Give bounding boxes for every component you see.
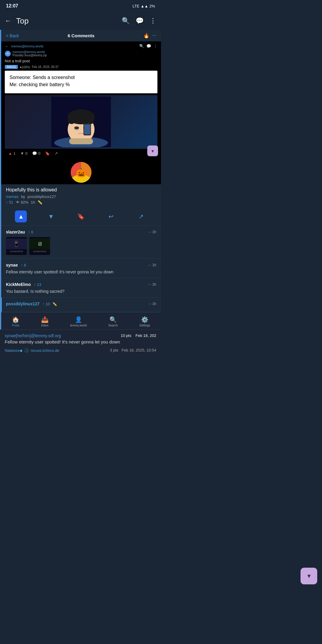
comments-section: slazer2au ↑ 6 ··· 1h 📱 screenshot 🖥 scre…: [1, 226, 161, 312]
thumb-2: 🖥 screenshot: [29, 237, 50, 255]
meme-image: [5, 95, 157, 149]
comment-header: possiblylinux127 ↑ 10 ✏️ ··· 1h: [6, 301, 156, 306]
posts-nav-label: Posts: [12, 324, 19, 327]
nested-sub-label: memes@lemmy.world: [13, 50, 47, 54]
comment-item: KickMeElmo ↑ 13 ··· 1h You bastard. Is n…: [1, 278, 161, 298]
post-meta: memes by possiblylinux127: [6, 194, 156, 199]
posts-nav-icon: 🏠: [12, 316, 19, 323]
bottom-pts-1: 10 pts Feb 18, 202: [121, 333, 156, 338]
nested-search-icon: 🔍: [139, 44, 144, 48]
save-button[interactable]: 🔖: [75, 210, 87, 222]
svg-point-7: [87, 117, 94, 124]
comment-count-icon: 💬: [32, 151, 37, 156]
post-info: Hopefully this is allowed memes by possi…: [1, 184, 161, 208]
comments-title: 6 Comments: [68, 33, 95, 38]
nav-instance[interactable]: 👤 lemmy.world: [68, 315, 89, 328]
comment-count[interactable]: 💬 0: [32, 151, 40, 156]
comment-score: ↑ 10: [43, 302, 50, 306]
upvote-button[interactable]: ▲: [15, 210, 27, 222]
reply-button[interactable]: ↩: [105, 210, 117, 222]
search-nav-label: Search: [108, 324, 118, 327]
svg-rect-8: [69, 138, 93, 144]
meme-line-2: Me: checking their battery %: [10, 82, 153, 87]
app-bar: ← Top 🔍 💬 ⋮: [0, 12, 161, 30]
status-icons: LTE ▲▲ 2%: [133, 4, 155, 8]
comment-item: synae ↑ 8 ··· 1h Fellow eternity user sp…: [1, 259, 161, 278]
more-button[interactable]: ⋮: [150, 17, 156, 25]
inner-card-header: < Back 6 Comments 🔥 ···: [1, 30, 161, 41]
bottom-panel-row2: Natanox◀ 🌑 iscuss.tchncs.de 3 pts Feb 18…: [5, 347, 156, 353]
status-time: 12:07: [6, 3, 18, 9]
percent-tag: ●100%: [20, 65, 30, 69]
bottom-user-1[interactable]: synae[he/him]@lemmy.sdf.org: [5, 333, 61, 338]
fire-icon: 🔥: [143, 33, 149, 38]
share-btn[interactable]: ↗: [55, 151, 58, 156]
action-bar: ▲ ▼ 🔖 ↩ ↗: [1, 208, 161, 226]
comment-meta: ··· 1h: [148, 230, 156, 234]
instance-nav-icon: 👤: [75, 316, 82, 323]
post-stats: ↑ 51 👁 92% 1h ✏️: [6, 200, 156, 205]
comment-score: ↑ 13: [34, 282, 41, 287]
scroll-down-button[interactable]: ▾: [147, 145, 158, 156]
battery-icon: 2%: [149, 4, 155, 8]
comment-meta: ··· 1h: [148, 282, 156, 287]
comment-score: ↑ 6: [28, 230, 33, 234]
back-button[interactable]: ←: [5, 17, 11, 25]
post-time: 1h: [31, 200, 35, 205]
post-views: 👁 92%: [16, 200, 29, 205]
up-arrow: ▲: [8, 151, 12, 156]
comment-user: synae: [6, 263, 18, 267]
svg-point-3: [74, 126, 79, 129]
downvote-button[interactable]: ▼: [45, 210, 57, 222]
bottom-nav: 🏠 Posts 📥 Inbox 👤 lemmy.world 🔍 Search ⚙…: [1, 312, 161, 329]
meme-text-box: Someone: Sends a screenshot Me: checking…: [5, 71, 157, 93]
comment-user: slazer2au: [6, 230, 25, 234]
nav-posts[interactable]: 🏠 Posts: [10, 315, 22, 328]
post-community[interactable]: memes: [6, 194, 19, 199]
nested-community-row: m memes@lemmy.world Possibly linux@lemmy…: [5, 50, 157, 57]
post-author[interactable]: possiblylinux127: [27, 194, 56, 199]
signal-bars: ▲▲: [140, 4, 148, 8]
comment-item: slazer2au ↑ 6 ··· 1h 📱 screenshot 🖥 scre…: [1, 226, 161, 259]
post-upvotes: ↑ 51: [6, 200, 13, 205]
bottom-comment-text-1: Fellow eternity user spotted! It's never…: [5, 339, 156, 344]
inner-icons: 🔥 ···: [143, 33, 156, 38]
community-avatar: m: [5, 51, 11, 57]
downvote-count[interactable]: ▼ 0: [20, 151, 27, 156]
search-button[interactable]: 🔍: [122, 17, 130, 25]
nav-settings[interactable]: ⚙️ Settings: [137, 315, 153, 328]
thumb-1: 📱 screenshot: [6, 237, 27, 255]
nested-user: Possibly linux@lemmy.zip: [13, 54, 47, 57]
settings-nav-icon: ⚙️: [141, 316, 148, 323]
mascot-emoji: 🎃: [76, 167, 87, 178]
share-button[interactable]: ↗: [135, 210, 147, 222]
nested-nav: ← memes@lemmy.world: [5, 44, 43, 48]
nav-inbox[interactable]: 📥 Inbox: [39, 315, 51, 328]
comment-meta: ··· 1h: [148, 302, 156, 306]
inner-more-icon[interactable]: ···: [152, 33, 156, 38]
lte-icon: LTE: [133, 4, 140, 8]
moon-icon: 🌑: [24, 348, 30, 353]
upvote-count[interactable]: ▲ 1: [8, 151, 16, 156]
bottom-user-2[interactable]: Natanox◀: [5, 348, 22, 353]
bottom-comment-panel: synae[he/him]@lemmy.sdf.org 10 pts Feb 1…: [0, 329, 161, 357]
svg-rect-10: [84, 124, 90, 134]
app-bar-icons: 🔍 💬 ⋮: [122, 17, 156, 25]
nested-tags: IMAGE ●100% Feb 18, 2025, 00:37: [5, 65, 157, 69]
bottom-panel-row1: synae[he/him]@lemmy.sdf.org 10 pts Feb 1…: [5, 333, 156, 339]
comment-header: slazer2au ↑ 6 ··· 1h: [6, 229, 156, 235]
nested-comment-icon: 💬: [146, 44, 151, 48]
comment-button[interactable]: 💬: [136, 17, 144, 25]
comment-meta: ··· 1h: [148, 263, 156, 267]
inner-back-button[interactable]: < Back: [6, 33, 19, 38]
nested-back-arrow: ←: [5, 44, 9, 48]
bookmark-btn[interactable]: 🔖: [45, 151, 50, 156]
bottom-pts-2: 3 pts Feb 18, 2025, 10:54: [110, 348, 156, 352]
status-bar: 12:07 LTE ▲▲ 2%: [0, 0, 161, 12]
meme-line-1: Someone: Sends a screenshot: [10, 75, 153, 80]
bottom-server-2: iscuss.tchncs.de: [31, 348, 59, 353]
settings-nav-label: Settings: [140, 324, 150, 327]
inbox-nav-icon: 📥: [41, 316, 49, 323]
nav-search[interactable]: 🔍 Search: [106, 315, 120, 328]
comment-thumbnails: 📱 screenshot 🖥 screenshot: [6, 237, 156, 255]
